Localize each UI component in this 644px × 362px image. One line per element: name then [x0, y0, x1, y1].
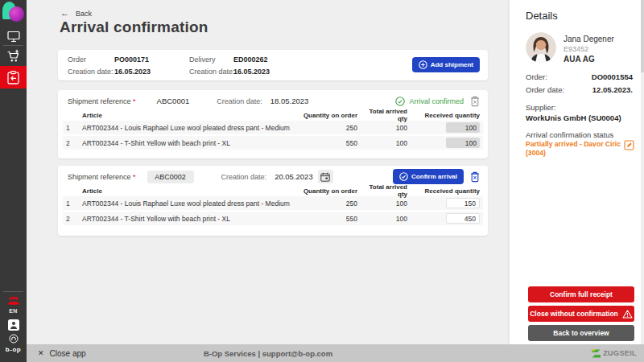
cart-plus-icon [6, 49, 21, 64]
col-total-arrived: Total arrived qty [361, 183, 411, 198]
shipment-card-1: Shipment reference * ABC0001 Creation da… [58, 90, 488, 158]
table-row: 2 ART002344 - T-Shirt Yellow with beach … [63, 136, 483, 150]
details-panel: Details Jana Degener E93452 AUA AG Order… [510, 0, 644, 344]
received-qty-cell [411, 122, 480, 133]
bop-brand-logo: b-op [0, 346, 27, 353]
shipment-2-creation-date[interactable]: 20.05.2023 [275, 172, 313, 181]
delete-shipment-1-button[interactable] [470, 96, 480, 107]
received-qty-input[interactable] [446, 213, 480, 224]
table-header-row: Article Quantity on order Total arrived … [63, 185, 483, 196]
arrival-status-row: Partially arrived - Davor Ciric (3004) [526, 140, 634, 157]
table-row: 2 ART002344 - T-Shirt Yellow with beach … [63, 212, 483, 225]
sidebar-item-dashboard[interactable] [0, 29, 27, 43]
details-order-number: DO0001554 [592, 72, 633, 81]
col-article: Article [82, 112, 290, 119]
shipment-1-header: Shipment reference * ABC0001 Creation da… [58, 90, 488, 109]
add-shipment-label: Add shipment [431, 61, 473, 68]
delivery-number: ED000262 [233, 56, 268, 64]
arrival-status-value: Partially arrived - Davor Ciric (3004) [526, 140, 621, 157]
sidebar-item-arrival-confirmation[interactable] [0, 66, 27, 88]
shipment-1-reference: ABC0001 [157, 97, 190, 105]
supplier-label: Supplier: [526, 103, 556, 112]
user-info: Jana Degener E93452 AUA AG [564, 35, 614, 64]
footer-support-text: B-Op Services | support@b-op.com [27, 349, 510, 358]
shipment-reference-label-text: Shipment reference [68, 173, 131, 181]
table-header-row: Article Quantity on order Total arrived … [63, 109, 483, 121]
monitor-icon [7, 31, 20, 43]
app-logo[interactable] [0, 0, 27, 27]
table-row: 1 ART002344 - Louis Raphael Luxe wool pl… [63, 121, 483, 134]
details-scrollbar[interactable] [641, 0, 644, 344]
add-shipment-button[interactable]: Add shipment [412, 57, 480, 72]
row-number: 2 [66, 215, 76, 223]
order-creation-date-label: Creation date: [68, 68, 114, 76]
col-qty-on-order: Quantity on order [290, 112, 361, 119]
required-marker: * [133, 173, 136, 181]
shipment-card-2: Shipment reference * Creation date: 20.0… [58, 166, 488, 236]
support-headset-icon [9, 334, 19, 343]
calendar-icon [320, 172, 330, 182]
back-arrow-icon: ← [60, 9, 69, 18]
sidebar-divider [3, 45, 23, 46]
back-button[interactable]: ← Back [60, 9, 92, 18]
article-name: ART002344 - Louis Raphael Luxe wool plea… [82, 200, 290, 208]
user-employee-id: E93452 [564, 45, 614, 53]
close-app-label: Close app [50, 349, 86, 358]
close-without-confirmation-button[interactable]: Close without confirmation [528, 306, 634, 322]
received-qty-input[interactable] [446, 198, 480, 208]
details-scrollbar-thumb[interactable] [641, 0, 644, 72]
arrival-confirmed-label: Arrival confirmed [409, 97, 464, 105]
sidebar-item-users[interactable] [0, 295, 27, 306]
received-qty-input [446, 138, 480, 148]
confirm-full-receipt-button[interactable]: Confirm full receipt [528, 286, 634, 302]
close-app-button[interactable]: ✕ Close app [38, 349, 86, 358]
back-label: Back [76, 10, 92, 18]
col-received-qty: Received quantity [411, 187, 480, 195]
sidebar-item-profile[interactable] [0, 319, 27, 331]
zugseil-brand: ZUGSEIL [592, 349, 637, 358]
confirm-arrival-label: Confirm arrival [411, 173, 457, 180]
back-to-overview-button[interactable]: Back to overview [528, 325, 634, 341]
shipment-reference-label: Shipment reference * [68, 173, 136, 181]
details-order-row: Order: DO0001554 [526, 72, 633, 81]
zugseil-logo-icon [592, 349, 601, 358]
details-order-date: 12.05.2023. [592, 85, 633, 94]
row-number: 1 [66, 124, 76, 132]
sidebar-item-help[interactable] [0, 333, 27, 343]
order-number: PO000171 [114, 56, 149, 64]
received-qty-cell [411, 198, 480, 208]
delete-shipment-2-button[interactable] [470, 171, 480, 183]
logo-magenta-blob [9, 6, 24, 22]
sidebar-item-cart[interactable] [0, 48, 27, 64]
close-without-confirmation-label: Close without confirmation [530, 310, 618, 318]
shipment-2-header: Shipment reference * Creation date: 20.0… [58, 166, 488, 185]
edit-status-button[interactable] [624, 140, 634, 150]
order-label: Order [68, 56, 86, 64]
col-qty-on-order: Quantity on order [290, 187, 361, 195]
back-to-overview-label: Back to overview [553, 329, 609, 337]
arrival-confirmed-badge: Arrival confirmed [395, 97, 464, 106]
edit-square-icon [624, 140, 634, 150]
col-article: Article [82, 187, 290, 195]
article-name: ART002344 - T-Shirt Yellow with beach pr… [82, 215, 290, 223]
total-arrived-value: 100 [361, 139, 411, 147]
received-qty-cell [411, 138, 480, 148]
plus-circle-icon [419, 60, 427, 69]
details-order-label: Order: [526, 72, 547, 81]
close-x-icon: ✕ [38, 349, 44, 357]
confirm-arrival-button[interactable]: Confirm arrival [393, 169, 464, 184]
language-selector[interactable]: EN [0, 308, 27, 314]
total-arrived-value: 100 [361, 200, 411, 208]
date-picker-button[interactable] [318, 170, 333, 183]
required-marker: * [133, 97, 136, 105]
shipment-1-creation-date: 18.05.2023 [270, 97, 309, 105]
app-window: EN b-op ← Back Arrival confirmation [0, 0, 644, 362]
main-content: ← Back Arrival confirmation Order PO0001… [27, 0, 510, 344]
shipment-1-table: Article Quantity on order Total arrived … [58, 109, 488, 150]
check-circle-icon [399, 172, 408, 181]
order-summary-card: Order PO000171 Creation date: 16.05.2023… [58, 50, 488, 80]
goods-receipt-clipboard-icon [7, 71, 19, 84]
article-name: ART002344 - Louis Raphael Luxe wool plea… [82, 124, 290, 132]
shipment-2-reference-input[interactable] [147, 171, 194, 183]
sidebar: EN b-op [0, 0, 27, 362]
